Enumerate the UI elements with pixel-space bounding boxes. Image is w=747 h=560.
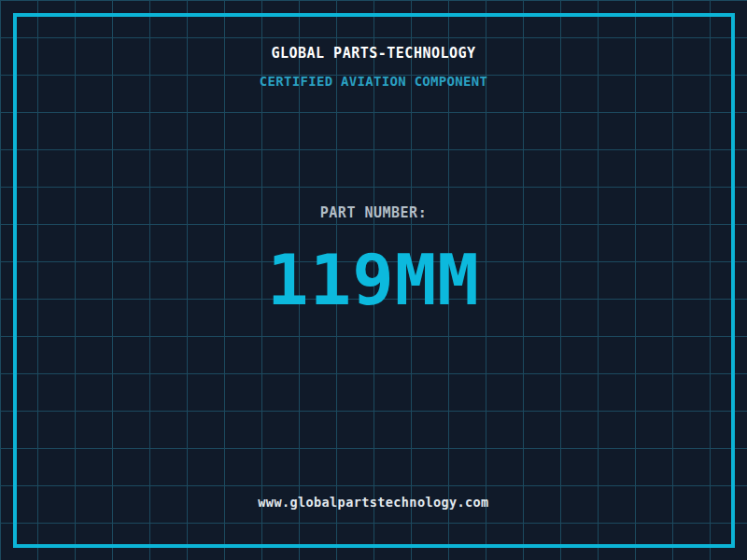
certification-subtitle: CERTIFIED AVIATION COMPONENT xyxy=(0,75,747,89)
website-url: www.globalpartstechnology.com xyxy=(0,496,747,510)
part-number-value: 119MM xyxy=(0,245,747,315)
company-title: GLOBAL PARTS-TECHNOLOGY xyxy=(0,46,747,61)
part-number-label: PART NUMBER: xyxy=(0,205,747,220)
